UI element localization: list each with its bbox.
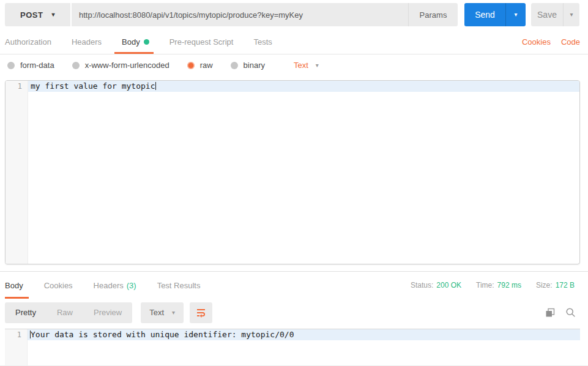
tab-authorization[interactable]: Authorization	[5, 29, 51, 54]
seg-label: Preview	[94, 308, 122, 317]
request-tabs: Authorization Headers Body Pre-request S…	[0, 29, 588, 54]
radio-binary[interactable]: binary	[231, 61, 265, 70]
status-label: Status:	[411, 281, 433, 289]
line-number-gutter: 1	[5, 329, 28, 366]
tab-label: Test Results	[157, 281, 201, 290]
chevron-down-icon: ▾	[316, 62, 319, 69]
tab-headers[interactable]: Headers	[72, 29, 102, 54]
save-options-button[interactable]: ▾	[563, 3, 579, 26]
body-format-select[interactable]: Text ▾	[294, 61, 319, 70]
code-line: Your data is stored with unique identifi…	[28, 329, 580, 340]
body-present-indicator-icon	[144, 39, 149, 45]
chevron-down-icon: ▾	[51, 12, 55, 18]
method-select[interactable]: POST ▾	[5, 3, 70, 26]
tab-label: Headers	[94, 281, 124, 290]
radio-x-www-form-urlencoded[interactable]: x-www-form-urlencoded	[72, 61, 169, 70]
tab-label: Pre-request Script	[169, 37, 234, 47]
response-toolbar-icons	[545, 307, 576, 318]
code-line: my first value for mytopic	[28, 81, 579, 92]
send-group: Send ▾	[464, 3, 526, 26]
line-number: 1	[6, 82, 22, 91]
tab-label: Headers	[72, 37, 102, 47]
radio-label: form-data	[20, 61, 54, 70]
response-tab-test-results[interactable]: Test Results	[157, 272, 201, 299]
radio-raw[interactable]: raw	[187, 61, 213, 70]
tab-links: Cookies Code	[522, 29, 580, 54]
response-tab-headers[interactable]: Headers (3)	[94, 272, 136, 299]
send-button[interactable]: Send	[464, 3, 505, 26]
copy-button[interactable]	[545, 308, 555, 318]
chevron-down-icon: ▾	[172, 310, 175, 316]
postman-window: POST ▾ Params Send ▾ Save ▾ Authorizatio…	[0, 0, 588, 366]
view-mode-raw[interactable]: Raw	[47, 302, 83, 323]
search-button[interactable]	[565, 307, 576, 318]
radio-label: binary	[244, 61, 265, 70]
size-value: 172 B	[556, 281, 575, 289]
body-type-row: form-data x-www-form-urlencoded raw bina…	[0, 54, 588, 76]
radio-label: x-www-form-urlencoded	[85, 61, 169, 70]
url-input[interactable]	[72, 3, 408, 26]
tab-body[interactable]: Body	[122, 29, 149, 54]
radio-icon	[231, 62, 238, 69]
format-label: Text	[149, 308, 164, 317]
response-code-area: Your data is stored with unique identifi…	[28, 329, 580, 366]
radio-form-data[interactable]: form-data	[7, 61, 54, 70]
format-label: Text	[294, 61, 308, 70]
code-link[interactable]: Code	[561, 37, 580, 47]
radio-icon	[72, 62, 80, 69]
status-value: 200 OK	[436, 281, 461, 289]
radio-icon	[7, 62, 15, 69]
response-tab-cookies[interactable]: Cookies	[44, 272, 73, 299]
save-button[interactable]: Save	[531, 3, 563, 26]
response-body-viewer[interactable]: 1 Your data is stored with unique identi…	[5, 329, 580, 366]
response-tabs: Body Cookies Headers (3) Test Results St…	[0, 272, 588, 299]
time-badge: Time: 792 ms	[476, 281, 521, 289]
view-mode-pretty[interactable]: Pretty	[5, 302, 47, 323]
code-text: my first value for mytopic	[31, 81, 155, 91]
search-icon	[565, 307, 576, 318]
response-toolbar: Pretty Raw Preview Text ▾	[0, 299, 588, 326]
size-badge: Size: 172 B	[536, 281, 575, 289]
headers-count-badge: (3)	[127, 281, 136, 290]
tab-label: Cookies	[44, 281, 73, 290]
method-label: POST	[20, 10, 43, 20]
status-badge: Status: 200 OK	[411, 281, 461, 289]
line-number-gutter: 1	[6, 81, 28, 264]
tab-label: Body	[122, 37, 140, 47]
url-group: Params	[72, 3, 458, 26]
wrap-text-icon	[196, 307, 206, 318]
chevron-down-icon: ▾	[570, 12, 573, 18]
radio-label: raw	[200, 61, 213, 70]
wrap-text-button[interactable]	[190, 302, 212, 323]
view-mode-group: Pretty Raw Preview	[5, 302, 132, 323]
params-button[interactable]: Params	[408, 3, 458, 26]
send-options-button[interactable]: ▾	[505, 3, 526, 26]
request-body-input[interactable]: my first value for mytopic	[28, 81, 579, 264]
tab-tests[interactable]: Tests	[253, 29, 272, 54]
params-label: Params	[420, 10, 447, 20]
cookies-link[interactable]: Cookies	[522, 37, 551, 47]
chevron-down-icon: ▾	[514, 12, 517, 18]
request-body-editor: 1 my first value for mytopic	[5, 80, 580, 264]
response-format-select[interactable]: Text ▾	[141, 302, 184, 323]
tab-label: Tests	[253, 37, 272, 47]
tab-label: Authorization	[5, 37, 51, 47]
seg-label: Pretty	[15, 308, 36, 317]
tab-pre-request-script[interactable]: Pre-request Script	[169, 29, 234, 54]
response-tab-body[interactable]: Body	[5, 272, 23, 299]
time-label: Time:	[476, 281, 494, 289]
code-text: Your data is stored with unique identifi…	[31, 330, 294, 339]
copy-icon	[545, 308, 555, 318]
text-caret	[155, 82, 156, 90]
view-mode-preview[interactable]: Preview	[83, 302, 132, 323]
line-number: 1	[5, 331, 21, 339]
response-meta: Status: 200 OK Time: 792 ms Size: 172 B	[411, 272, 575, 299]
response-section: Body Cookies Headers (3) Test Results St…	[0, 271, 588, 366]
seg-label: Raw	[57, 308, 73, 317]
save-group: Save ▾	[531, 3, 579, 26]
request-bar: POST ▾ Params Send ▾ Save ▾	[0, 0, 588, 29]
radio-checked-icon	[187, 62, 195, 69]
size-label: Size:	[536, 281, 553, 289]
tab-label: Body	[5, 281, 23, 290]
time-value: 792 ms	[497, 281, 521, 289]
